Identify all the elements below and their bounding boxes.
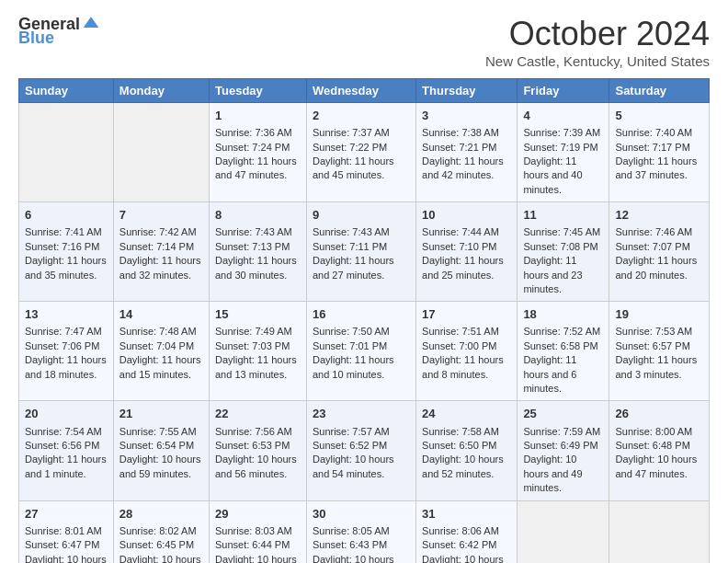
logo-blue: Blue	[18, 29, 54, 48]
cell-info: Sunrise: 8:01 AMSunset: 6:47 PMDaylight:…	[25, 525, 107, 563]
cell-info: Sunrise: 7:39 AMSunset: 7:19 PMDaylight:…	[523, 127, 600, 195]
day-number: 30	[313, 506, 410, 523]
day-number: 24	[422, 406, 511, 422]
day-number: 13	[25, 306, 108, 323]
column-header-friday: Friday	[518, 79, 609, 103]
calendar-cell: 25Sunrise: 7:59 AMSunset: 6:49 PMDayligh…	[518, 401, 609, 500]
day-number: 18	[523, 306, 603, 323]
column-header-tuesday: Tuesday	[210, 79, 307, 103]
day-number: 7	[119, 207, 203, 224]
calendar-cell: 1Sunrise: 7:36 AMSunset: 7:24 PMDaylight…	[210, 103, 307, 202]
calendar-cell: 28Sunrise: 8:02 AMSunset: 6:45 PMDayligh…	[113, 500, 209, 563]
day-number: 10	[422, 207, 511, 224]
logo-icon	[82, 14, 100, 32]
cell-info: Sunrise: 7:37 AMSunset: 7:22 PMDaylight:…	[313, 127, 394, 180]
calendar-cell: 9Sunrise: 7:43 AMSunset: 7:11 PMDaylight…	[306, 202, 415, 302]
cell-info: Sunrise: 8:03 AMSunset: 6:44 PMDaylight:…	[215, 525, 297, 563]
day-number: 27	[25, 506, 108, 523]
day-number: 9	[313, 207, 410, 224]
calendar-cell: 20Sunrise: 7:54 AMSunset: 6:56 PMDayligh…	[19, 401, 114, 500]
day-number: 2	[313, 108, 410, 124]
cell-info: Sunrise: 7:46 AMSunset: 7:07 PMDaylight:…	[615, 226, 697, 280]
cell-info: Sunrise: 7:59 AMSunset: 6:49 PMDaylight:…	[523, 426, 600, 494]
day-number: 11	[523, 207, 603, 224]
calendar-cell	[19, 103, 114, 202]
day-number: 21	[119, 406, 203, 422]
calendar-cell: 21Sunrise: 7:55 AMSunset: 6:54 PMDayligh…	[113, 401, 209, 500]
calendar-cell: 16Sunrise: 7:50 AMSunset: 7:01 PMDayligh…	[306, 302, 415, 401]
calendar-cell: 12Sunrise: 7:46 AMSunset: 7:07 PMDayligh…	[609, 202, 710, 302]
cell-info: Sunrise: 7:49 AMSunset: 7:03 PMDaylight:…	[215, 326, 297, 379]
cell-info: Sunrise: 7:40 AMSunset: 7:17 PMDaylight:…	[615, 127, 697, 180]
cell-info: Sunrise: 8:05 AMSunset: 6:43 PMDaylight:…	[313, 525, 394, 563]
calendar-cell: 5Sunrise: 7:40 AMSunset: 7:17 PMDaylight…	[609, 103, 710, 202]
calendar-cell: 3Sunrise: 7:38 AMSunset: 7:21 PMDaylight…	[416, 103, 518, 202]
cell-info: Sunrise: 7:53 AMSunset: 6:57 PMDaylight:…	[615, 326, 697, 379]
day-number: 15	[215, 306, 301, 323]
calendar-cell: 6Sunrise: 7:41 AMSunset: 7:16 PMDaylight…	[19, 202, 114, 302]
day-number: 6	[25, 207, 108, 224]
cell-info: Sunrise: 7:48 AMSunset: 7:04 PMDaylight:…	[119, 326, 201, 379]
calendar-cell: 11Sunrise: 7:45 AMSunset: 7:08 PMDayligh…	[518, 202, 609, 302]
day-number: 16	[313, 306, 410, 323]
day-number: 29	[215, 506, 301, 523]
day-number: 31	[422, 506, 511, 523]
calendar-cell: 14Sunrise: 7:48 AMSunset: 7:04 PMDayligh…	[113, 302, 209, 401]
cell-info: Sunrise: 7:45 AMSunset: 7:08 PMDaylight:…	[523, 226, 600, 294]
calendar-cell: 10Sunrise: 7:44 AMSunset: 7:10 PMDayligh…	[416, 202, 518, 302]
day-number: 28	[119, 506, 203, 523]
calendar-cell: 23Sunrise: 7:57 AMSunset: 6:52 PMDayligh…	[306, 401, 415, 500]
calendar-cell: 31Sunrise: 8:06 AMSunset: 6:42 PMDayligh…	[416, 500, 518, 563]
cell-info: Sunrise: 7:43 AMSunset: 7:11 PMDaylight:…	[313, 226, 394, 280]
calendar-cell	[113, 103, 209, 202]
calendar-cell: 24Sunrise: 7:58 AMSunset: 6:50 PMDayligh…	[416, 401, 518, 500]
day-number: 22	[215, 406, 301, 422]
calendar-cell: 2Sunrise: 7:37 AMSunset: 7:22 PMDaylight…	[306, 103, 415, 202]
calendar-cell: 15Sunrise: 7:49 AMSunset: 7:03 PMDayligh…	[210, 302, 307, 401]
day-number: 3	[422, 108, 511, 124]
cell-info: Sunrise: 7:41 AMSunset: 7:16 PMDaylight:…	[25, 226, 107, 280]
cell-info: Sunrise: 7:55 AMSunset: 6:54 PMDaylight:…	[119, 426, 201, 479]
calendar-cell: 30Sunrise: 8:05 AMSunset: 6:43 PMDayligh…	[306, 500, 415, 563]
day-number: 4	[523, 108, 603, 124]
calendar-cell: 22Sunrise: 7:56 AMSunset: 6:53 PMDayligh…	[210, 401, 307, 500]
day-number: 14	[119, 306, 203, 323]
page-header: General Blue October 2024 New Castle, Ke…	[18, 15, 710, 69]
calendar-cell: 7Sunrise: 7:42 AMSunset: 7:14 PMDaylight…	[113, 202, 209, 302]
calendar-week-5: 27Sunrise: 8:01 AMSunset: 6:47 PMDayligh…	[19, 500, 710, 563]
day-number: 25	[523, 406, 603, 422]
calendar-cell: 29Sunrise: 8:03 AMSunset: 6:44 PMDayligh…	[210, 500, 307, 563]
day-number: 26	[615, 406, 703, 422]
cell-info: Sunrise: 8:02 AMSunset: 6:45 PMDaylight:…	[119, 525, 201, 563]
day-number: 5	[615, 108, 703, 124]
cell-info: Sunrise: 7:52 AMSunset: 6:58 PMDaylight:…	[523, 326, 600, 394]
day-number: 19	[615, 306, 703, 323]
calendar-cell: 27Sunrise: 8:01 AMSunset: 6:47 PMDayligh…	[19, 500, 114, 563]
calendar-cell: 19Sunrise: 7:53 AMSunset: 6:57 PMDayligh…	[609, 302, 710, 401]
calendar-cell	[518, 500, 609, 563]
cell-info: Sunrise: 7:38 AMSunset: 7:21 PMDaylight:…	[422, 127, 504, 180]
calendar-cell: 26Sunrise: 8:00 AMSunset: 6:48 PMDayligh…	[609, 401, 710, 500]
cell-info: Sunrise: 7:56 AMSunset: 6:53 PMDaylight:…	[215, 426, 297, 479]
cell-info: Sunrise: 7:36 AMSunset: 7:24 PMDaylight:…	[215, 127, 297, 180]
cell-info: Sunrise: 7:47 AMSunset: 7:06 PMDaylight:…	[25, 326, 107, 379]
logo: General Blue	[18, 15, 100, 48]
calendar-cell	[609, 500, 710, 563]
column-header-saturday: Saturday	[609, 79, 710, 103]
calendar-cell: 13Sunrise: 7:47 AMSunset: 7:06 PMDayligh…	[19, 302, 114, 401]
calendar-week-4: 20Sunrise: 7:54 AMSunset: 6:56 PMDayligh…	[19, 401, 710, 500]
day-number: 23	[313, 406, 410, 422]
calendar-header-row: SundayMondayTuesdayWednesdayThursdayFrid…	[19, 79, 710, 103]
calendar-table: SundayMondayTuesdayWednesdayThursdayFrid…	[18, 78, 710, 563]
cell-info: Sunrise: 7:51 AMSunset: 7:00 PMDaylight:…	[422, 326, 504, 379]
cell-info: Sunrise: 8:00 AMSunset: 6:48 PMDaylight:…	[615, 426, 697, 479]
title-block: October 2024 New Castle, Kentucky, Unite…	[485, 15, 710, 69]
cell-info: Sunrise: 7:43 AMSunset: 7:13 PMDaylight:…	[215, 226, 297, 280]
day-number: 8	[215, 207, 301, 224]
day-number: 12	[615, 207, 703, 224]
cell-info: Sunrise: 8:06 AMSunset: 6:42 PMDaylight:…	[422, 525, 504, 563]
day-number: 20	[25, 406, 108, 422]
cell-info: Sunrise: 7:58 AMSunset: 6:50 PMDaylight:…	[422, 426, 504, 479]
calendar-week-3: 13Sunrise: 7:47 AMSunset: 7:06 PMDayligh…	[19, 302, 710, 401]
cell-info: Sunrise: 7:50 AMSunset: 7:01 PMDaylight:…	[313, 326, 394, 379]
